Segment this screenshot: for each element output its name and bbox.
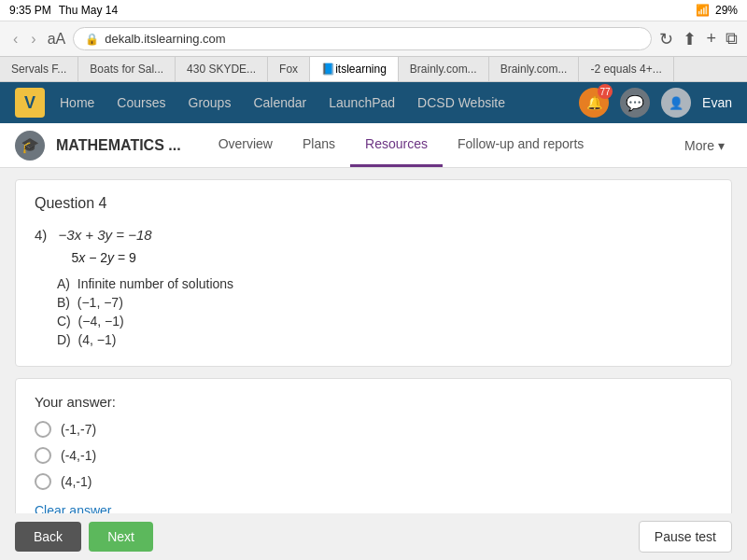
radio-label-1: (-1,-7) (61, 422, 96, 437)
back-button[interactable]: Back (15, 522, 81, 552)
radio-circle-1[interactable] (35, 421, 51, 438)
section-tabs: Overview Plans Resources Follow-up and r… (204, 123, 677, 167)
status-right: 📶 29% (696, 4, 738, 17)
tab-plans[interactable]: Plans (288, 123, 350, 167)
tab-boats[interactable]: Boats for Sal... (78, 57, 176, 81)
site-nav: Home Courses Groups Calendar LaunchPad D… (60, 84, 579, 121)
clear-answer-link[interactable]: Clear answer (35, 503, 111, 513)
question-number: 4) −3x + 3y = −18 (35, 227, 712, 243)
choice-d: D) (4, −1) (57, 332, 712, 347)
tab-resources[interactable]: Resources (350, 123, 443, 167)
site-header-actions: 🔔 77 💬 👤 Evan (579, 88, 732, 118)
site-header: V Home Courses Groups Calendar LaunchPad… (0, 82, 747, 123)
tab-minus2[interactable]: -2 equals 4+... (579, 57, 673, 81)
nav-calendar[interactable]: Calendar (253, 84, 306, 121)
tab-label: Fox (279, 63, 298, 76)
more-button[interactable]: More ▾ (677, 125, 732, 166)
chat-icon[interactable]: 💬 (620, 88, 650, 118)
question-card: Question 4 4) −3x + 3y = −18 5x − 2y = 9… (15, 179, 732, 367)
choice-a: A) Infinite number of solutions (57, 276, 712, 291)
tab-overview[interactable]: Overview (204, 123, 288, 167)
choices: A) Infinite number of solutions B) (−1, … (35, 276, 712, 347)
question-title: Question 4 (35, 195, 712, 212)
nav-groups[interactable]: Groups (189, 84, 232, 121)
radio-circle-3[interactable] (35, 473, 51, 490)
lock-icon: 🔒 (85, 33, 99, 46)
notification-bell[interactable]: 🔔 77 (579, 88, 609, 118)
tab-followup[interactable]: Follow-up and reports (443, 123, 599, 167)
username: Evan (702, 95, 732, 110)
pause-test-button[interactable]: Pause test (639, 521, 732, 553)
tab-label: Brainly.com... (410, 63, 477, 76)
tab-servals[interactable]: Servals F... (0, 57, 78, 81)
tab-label: -2 equals 4+... (590, 63, 661, 76)
tab-label: Boats for Sal... (90, 63, 163, 76)
new-tab-button[interactable]: + (706, 29, 716, 49)
browser-chrome: ‹ › aA 🔒 dekalb.itslearning.com ↻ ⬆ + ⧉ (0, 21, 747, 57)
radio-label-2: (-4,-1) (61, 448, 96, 463)
avatar[interactable]: 👤 (661, 88, 691, 118)
tab-430[interactable]: 430 SKYDE... (176, 57, 268, 81)
nav-courses[interactable]: Courses (117, 84, 165, 121)
chevron-down-icon: ▾ (718, 138, 725, 153)
back-button[interactable]: ‹ (9, 31, 21, 48)
notification-badge: 77 (598, 84, 613, 99)
browser-nav: ‹ › (9, 31, 40, 48)
more-label: More (684, 138, 714, 153)
refresh-button[interactable]: ↻ (659, 29, 673, 49)
battery: 29% (715, 4, 738, 17)
section-header: 🎓 MATHEMATICS ... Overview Plans Resourc… (0, 123, 747, 168)
status-bar: 9:35 PM Thu May 14 📶 29% (0, 0, 747, 21)
tab-icon: 📘 (321, 63, 335, 76)
equation1: −3x + 3y = −18 (59, 227, 152, 243)
time: 9:35 PM (9, 4, 51, 17)
nav-launchpad[interactable]: LaunchPad (329, 84, 395, 121)
bottom-bar: Back Next Pause test (0, 513, 747, 560)
page: 9:35 PM Thu May 14 📶 29% ‹ › aA 🔒 dekalb… (0, 0, 747, 560)
choice-b: B) (−1, −7) (57, 295, 712, 310)
forward-button[interactable]: › (27, 31, 39, 48)
address-bar[interactable]: 🔒 dekalb.itslearning.com (73, 27, 652, 50)
next-button[interactable]: Next (89, 522, 153, 552)
site-logo: V (15, 88, 45, 118)
wifi-icon: 📶 (696, 4, 710, 17)
left-actions: Back Next (15, 522, 153, 552)
radio-option-2[interactable]: (-4,-1) (35, 447, 712, 464)
radio-option-1[interactable]: (-1,-7) (35, 421, 712, 438)
section-icon: 🎓 (15, 131, 45, 161)
radio-label-3: (4,-1) (61, 474, 92, 489)
tab-label: 430 SKYDE... (187, 63, 256, 76)
nav-dcsd[interactable]: DCSD Website (417, 84, 505, 121)
tab-label: itslearning (335, 63, 387, 76)
browser-tabs: Servals F... Boats for Sal... 430 SKYDE.… (0, 57, 747, 82)
reader-mode-icon[interactable]: aA (48, 31, 66, 48)
radio-option-3[interactable]: (4,-1) (35, 473, 712, 490)
tabs-button[interactable]: ⧉ (726, 29, 738, 49)
tab-brainly1[interactable]: Brainly.com... (399, 57, 489, 81)
nav-home[interactable]: Home (60, 84, 94, 121)
date: Thu May 14 (59, 4, 118, 17)
share-button[interactable]: ⬆ (683, 29, 697, 49)
tab-itslearning[interactable]: 📘itslearning (310, 57, 399, 81)
tab-label: Brainly.com... (500, 63, 568, 76)
choice-c: C) (−4, −1) (57, 314, 712, 329)
equation2: 5x − 2y = 9 (35, 250, 712, 265)
browser-actions: ↻ ⬆ + ⧉ (659, 29, 738, 49)
answer-title: Your answer: (35, 394, 712, 410)
status-left: 9:35 PM Thu May 14 (9, 4, 118, 17)
content-area: Question 4 4) −3x + 3y = −18 5x − 2y = 9… (0, 168, 747, 513)
section-title: MATHEMATICS ... (56, 137, 181, 154)
radio-circle-2[interactable] (35, 447, 51, 464)
answer-section: Your answer: (-1,-7) (-4,-1) (4,-1) Clea… (15, 378, 732, 513)
tab-brainly2[interactable]: Brainly.com... (489, 57, 580, 81)
address-text: dekalb.itslearning.com (105, 32, 225, 46)
tab-fox[interactable]: Fox (268, 57, 310, 81)
tab-label: Servals F... (11, 63, 66, 76)
